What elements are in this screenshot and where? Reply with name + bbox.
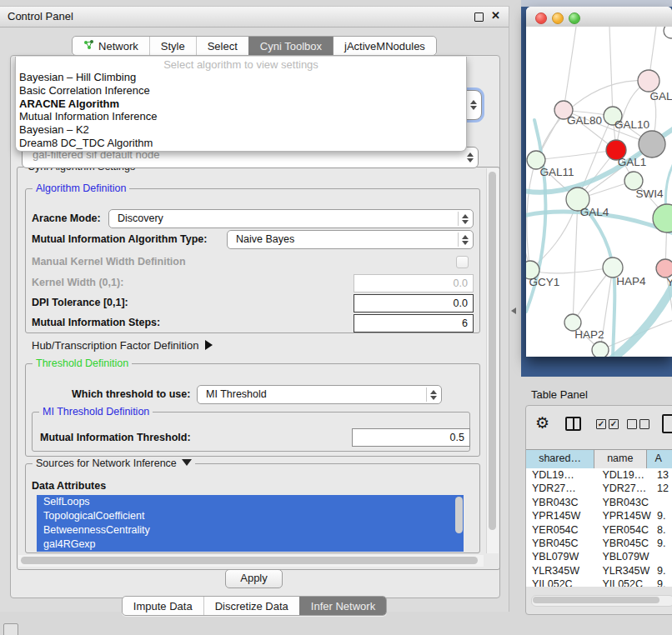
network-window-titlebar[interactable]: [526, 7, 672, 28]
minimize-window-icon[interactable]: [552, 12, 564, 24]
table-cell: YBR043C: [526, 496, 596, 509]
network-node[interactable]: [639, 131, 665, 158]
list-scrollbar[interactable]: [455, 497, 463, 533]
hub-section-toggle[interactable]: Hub/Transcription Factor Definition: [32, 339, 213, 352]
table-cell: YBR045C: [526, 537, 596, 550]
dpi-tolerance-field[interactable]: 0.0: [354, 294, 474, 312]
table-row[interactable]: YLR345WYLR345W9.: [526, 564, 672, 578]
network-node[interactable]: [592, 342, 609, 357]
kernel-width-field: 0.0: [354, 274, 474, 292]
algorithm-definition-title: Algorithm Definition: [33, 182, 129, 194]
attribute-item-selfloops[interactable]: SelfLoops: [37, 495, 464, 509]
table-row[interactable]: YBR043CYBR043C: [526, 496, 672, 509]
network-view-window[interactable]: GALGAL80GAL10GAL1GAL11SWI4GAL4GCY1HAP4YH…: [526, 7, 672, 357]
settings-vertical-scrollbar[interactable]: [486, 168, 499, 553]
manual-kernel-label: Manual Kernel Width Definition: [32, 256, 186, 268]
table-cell: [651, 496, 672, 509]
table-panel: ⚙ ✓ ✓ shared…nameA YDL19…YDL19…13YDR27…Y…: [525, 405, 672, 615]
combo-stepper-icon: [430, 390, 437, 400]
combo-stepper-icon: [467, 152, 474, 162]
network-node-gal[interactable]: [638, 70, 659, 92]
table-panel-title: Table Panel: [531, 388, 588, 401]
splitpane-collapse-arrow[interactable]: [511, 308, 516, 314]
table-row[interactable]: YBR045CYBR045C9.: [526, 537, 672, 550]
network-node[interactable]: [664, 27, 672, 38]
close-panel-icon[interactable]: ✕: [491, 9, 500, 22]
zoom-window-icon[interactable]: [569, 12, 580, 24]
table-row[interactable]: YER054CYER054C8.: [526, 523, 672, 537]
mi-type-combobox[interactable]: Naive Bayes: [227, 230, 474, 249]
export-table-icon[interactable]: [662, 414, 672, 433]
mi-type-value: Naive Bayes: [236, 233, 294, 245]
attribute-item-gal4rgexp[interactable]: gal4RGexp: [37, 538, 464, 552]
which-threshold-combobox[interactable]: MI Threshold: [197, 385, 442, 404]
table-row[interactable]: YPR145WYPR145W9.: [526, 509, 672, 522]
close-window-icon[interactable]: [535, 12, 547, 24]
mi-type-label: Mutual Information Algorithm Type:: [32, 233, 207, 245]
table-row[interactable]: YIL052CYIL052C9.: [526, 578, 672, 587]
network-node-label: GAL11: [539, 166, 574, 178]
column-layout-icon[interactable]: [565, 417, 581, 431]
bottom-tab-impute-data[interactable]: Impute Data: [123, 597, 203, 615]
network-canvas[interactable]: GALGAL80GAL10GAL1GAL11SWI4GAL4GCY1HAP4YH…: [526, 27, 672, 357]
algorithm-dropdown-placeholder: Select algorithm to view settings: [16, 57, 466, 71]
dock-grip-icon: [3, 623, 18, 635]
data-attributes-items: SelfLoopsTopologicalCoefficientBetweenne…: [37, 495, 464, 552]
expanded-triangle-icon: [182, 459, 192, 466]
kernel-width-label: Kernel Width (0,1):: [32, 277, 123, 288]
dropdown-item-bayesian-k2[interactable]: Bayesian – K2: [16, 123, 466, 137]
aracne-mode-combobox[interactable]: Discovery: [108, 209, 474, 228]
control-panel-titlebar: Control Panel ✕: [0, 7, 509, 28]
deselect-all-checkbox-icon-2[interactable]: [639, 419, 649, 429]
float-panel-icon[interactable]: [474, 12, 484, 22]
tab-network[interactable]: Network: [73, 37, 149, 55]
dropdown-item-basic-correlation-inference[interactable]: Basic Correlation Inference: [16, 84, 466, 98]
apply-button[interactable]: Apply: [225, 569, 283, 588]
mi-threshold-label: Mutual Information Threshold:: [40, 432, 191, 443]
table-column-header-a[interactable]: A: [647, 450, 672, 468]
data-attributes-list[interactable]: SelfLoopsTopologicalCoefficientBetweenne…: [37, 495, 464, 552]
attribute-item-topologicalcoefficient[interactable]: TopologicalCoefficient: [37, 509, 464, 523]
tab-jactivemnodules[interactable]: jActiveMNodules: [333, 37, 436, 55]
bottom-tab-discretize-data[interactable]: Discretize Data: [203, 597, 299, 615]
table-cell: YER054C: [596, 523, 651, 537]
network-node-label: GAL: [649, 90, 672, 102]
collapsed-triangle-icon: [205, 340, 213, 350]
deselect-all-checkbox-icon[interactable]: [627, 419, 637, 429]
tab-label: jActiveMNodules: [344, 40, 425, 52]
network-edge: [573, 199, 578, 322]
control-panel-tabs: NetworkStyleSelectCyni ToolboxjActiveMNo…: [72, 36, 437, 56]
table-column-header-name[interactable]: name: [594, 450, 646, 468]
table-row[interactable]: YDR27…YDR27…12: [526, 482, 672, 495]
table-cell: YDL19…: [596, 468, 651, 482]
mi-steps-field[interactable]: 6: [354, 314, 474, 332]
dropdown-item-bayesian-hill-climbing[interactable]: Bayesian – Hill Climbing: [16, 71, 466, 84]
tab-label: Impute Data: [133, 600, 193, 612]
manual-kernel-checkbox[interactable]: [456, 256, 469, 268]
select-all-checkbox-icon[interactable]: ✓: [596, 419, 606, 429]
bottom-tab-infer-network[interactable]: Infer Network: [299, 597, 386, 615]
dropdown-item-mutual-information-inference[interactable]: Mutual Information Inference: [16, 110, 466, 123]
table-cell: 12: [651, 482, 672, 495]
table-cell: 9.: [651, 564, 672, 578]
table-cell: YBL079W: [526, 550, 596, 563]
table-row[interactable]: YBL079WYBL079W: [526, 550, 672, 563]
settings-gear-icon[interactable]: ⚙: [535, 413, 549, 432]
tab-style[interactable]: Style: [149, 37, 196, 55]
tab-label: Infer Network: [311, 600, 375, 612]
attribute-item-betweennesscentrality[interactable]: BetweennessCentrality: [37, 523, 464, 538]
sources-group-title[interactable]: Sources for Network Inference: [33, 458, 195, 469]
tab-cyni-toolbox[interactable]: Cyni Toolbox: [248, 37, 333, 55]
table-row[interactable]: YDL19…YDL19…13: [526, 468, 672, 482]
dropdown-item-aracne-algorithm[interactable]: ARACNE Algorithm: [16, 98, 466, 111]
dropdown-item-dream8-dc-tdc-algorithm[interactable]: Dream8 DC_TDC Algorithm: [16, 137, 466, 150]
tab-select[interactable]: Select: [196, 37, 248, 55]
table-toolbar: ⚙ ✓ ✓: [526, 414, 672, 436]
table-horizontal-scrollbar[interactable]: [531, 595, 672, 607]
algorithm-dropdown-list: Bayesian – Hill ClimbingBasic Correlatio…: [16, 71, 466, 150]
settings-horizontal-scrollbar[interactable]: [18, 555, 484, 567]
table-column-header-shared[interactable]: shared…: [526, 450, 594, 468]
network-node-y[interactable]: [656, 259, 672, 278]
mi-threshold-field[interactable]: 0.5: [352, 428, 470, 447]
select-all-checkbox-icon-2[interactable]: ✓: [609, 419, 619, 429]
